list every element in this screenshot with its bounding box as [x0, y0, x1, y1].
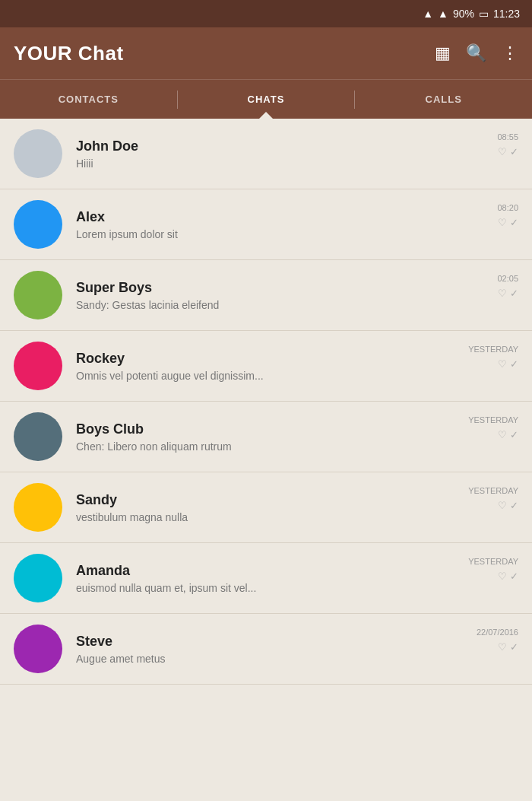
- avatar-amanda: [14, 554, 62, 602]
- chat-info-john-doe: John Doe Hiiii: [76, 138, 518, 170]
- chat-status-amanda: ♡ ✓: [498, 571, 518, 582]
- chat-name-rockey: Rockey: [76, 351, 473, 367]
- chat-time-amanda: YESTERDAY: [468, 557, 518, 566]
- tab-chats[interactable]: CHATS: [178, 80, 355, 119]
- tab-bar: CONTACTS CHATS CALLS: [0, 79, 532, 119]
- avatar-steve: [14, 625, 62, 673]
- app-title: YOUR Chat: [14, 42, 124, 65]
- chat-meta-sandy: YESTERDAY ♡ ✓: [468, 486, 518, 511]
- chat-info-amanda: Amanda euismod nulla quam et, ipsum sit …: [76, 563, 518, 594]
- chat-info-alex: Alex Lorem ipsum dolor sit: [76, 209, 518, 240]
- search-icon[interactable]: 🔍: [466, 43, 486, 63]
- chat-status-super-boys: ♡ ✓: [498, 288, 518, 299]
- chat-time-rockey: YESTERDAY: [468, 345, 518, 354]
- chat-preview-amanda: euismod nulla quam et, ipsum sit vel...: [76, 582, 473, 594]
- tab-contacts-label: CONTACTS: [59, 94, 119, 105]
- avatar-sandy: [14, 483, 62, 532]
- chat-info-boys-club: Boys Club Chen: Libero non aliquam rutru…: [76, 421, 518, 453]
- app-bar-actions: ▦ 🔍 ⋮: [435, 43, 518, 63]
- chat-preview-rockey: Omnis vel potenti augue vel dignissim...: [76, 370, 473, 382]
- avatar-boys-club: [14, 412, 62, 461]
- chat-name-super-boys: Super Boys: [76, 280, 473, 296]
- avatar-super-boys: [14, 271, 62, 319]
- tab-chats-label: CHATS: [248, 94, 285, 105]
- chat-preview-sandy: vestibulum magna nulla: [76, 511, 473, 523]
- chat-item-boys-club[interactable]: Boys Club Chen: Libero non aliquam rutru…: [0, 402, 532, 472]
- status-bar: ▲ ▲ 90% ▭ 11:23: [0, 0, 532, 27]
- battery-icon: ▭: [479, 8, 489, 20]
- chat-time-john-doe: 08:55: [497, 132, 518, 141]
- chat-name-boys-club: Boys Club: [76, 421, 473, 437]
- chat-status-rockey: ♡ ✓: [498, 358, 518, 370]
- chat-name-john-doe: John Doe: [76, 138, 473, 154]
- chat-preview-steve: Augue amet metus: [76, 653, 473, 665]
- chat-meta-alex: 08:20 ♡ ✓: [497, 203, 518, 228]
- chat-time-steve: 22/07/2016: [477, 628, 518, 637]
- chat-name-steve: Steve: [76, 634, 473, 650]
- clock: 11:23: [493, 8, 520, 20]
- chat-name-alex: Alex: [76, 209, 473, 225]
- chat-meta-john-doe: 08:55 ♡ ✓: [497, 132, 518, 157]
- chat-status-steve: ♡ ✓: [498, 641, 518, 653]
- battery-level: 90%: [453, 8, 474, 20]
- chat-info-steve: Steve Augue amet metus: [76, 634, 518, 665]
- status-icons: ▲ ▲ 90% ▭ 11:23: [423, 8, 520, 20]
- chat-preview-super-boys: Sandy: Gestas lacinia eleifend: [76, 299, 473, 311]
- chat-time-sandy: YESTERDAY: [468, 486, 518, 495]
- chat-info-super-boys: Super Boys Sandy: Gestas lacinia eleifen…: [76, 280, 518, 311]
- chat-item-steve[interactable]: Steve Augue amet metus 22/07/2016 ♡ ✓: [0, 614, 532, 685]
- chat-meta-boys-club: YESTERDAY ♡ ✓: [468, 415, 518, 440]
- avatar-john-doe: [14, 129, 62, 178]
- signal-icon: ▲: [438, 8, 448, 20]
- chat-item-alex[interactable]: Alex Lorem ipsum dolor sit 08:20 ♡ ✓: [0, 189, 532, 260]
- chat-time-super-boys: 02:05: [497, 274, 518, 283]
- chat-meta-steve: 22/07/2016 ♡ ✓: [477, 628, 518, 653]
- chat-bubble-icon[interactable]: ▦: [435, 43, 451, 63]
- chat-item-super-boys[interactable]: Super Boys Sandy: Gestas lacinia eleifen…: [0, 260, 532, 331]
- tab-calls[interactable]: CALLS: [355, 80, 532, 119]
- avatar-alex: [14, 200, 62, 249]
- chat-meta-super-boys: 02:05 ♡ ✓: [497, 274, 518, 299]
- chat-meta-rockey: YESTERDAY ♡ ✓: [468, 345, 518, 370]
- chat-list: John Doe Hiiii 08:55 ♡ ✓ Alex Lorem ipsu…: [0, 119, 532, 685]
- more-options-icon[interactable]: ⋮: [502, 43, 518, 63]
- chat-status-sandy: ♡ ✓: [498, 500, 518, 511]
- chat-preview-alex: Lorem ipsum dolor sit: [76, 228, 473, 240]
- chat-meta-amanda: YESTERDAY ♡ ✓: [468, 557, 518, 582]
- chat-time-alex: 08:20: [497, 203, 518, 212]
- chat-item-john-doe[interactable]: John Doe Hiiii 08:55 ♡ ✓: [0, 119, 532, 189]
- chat-time-boys-club: YESTERDAY: [468, 415, 518, 424]
- chat-info-rockey: Rockey Omnis vel potenti augue vel digni…: [76, 351, 518, 382]
- avatar-rockey: [14, 342, 62, 390]
- tab-calls-label: CALLS: [426, 94, 462, 105]
- chat-item-amanda[interactable]: Amanda euismod nulla quam et, ipsum sit …: [0, 543, 532, 614]
- app-bar: YOUR Chat ▦ 🔍 ⋮: [0, 27, 532, 79]
- chat-status-alex: ♡ ✓: [498, 217, 518, 228]
- tab-contacts[interactable]: CONTACTS: [0, 80, 177, 119]
- chat-status-john-doe: ♡ ✓: [498, 146, 518, 157]
- chat-name-sandy: Sandy: [76, 492, 473, 508]
- chat-info-sandy: Sandy vestibulum magna nulla: [76, 492, 518, 523]
- chat-item-sandy[interactable]: Sandy vestibulum magna nulla YESTERDAY ♡…: [0, 472, 532, 543]
- chat-name-amanda: Amanda: [76, 563, 473, 579]
- chat-preview-boys-club: Chen: Libero non aliquam rutrum: [76, 440, 473, 453]
- wifi-icon: ▲: [423, 8, 433, 20]
- chat-preview-john-doe: Hiiii: [76, 157, 473, 170]
- chat-item-rockey[interactable]: Rockey Omnis vel potenti augue vel digni…: [0, 331, 532, 402]
- chat-status-boys-club: ♡ ✓: [498, 429, 518, 440]
